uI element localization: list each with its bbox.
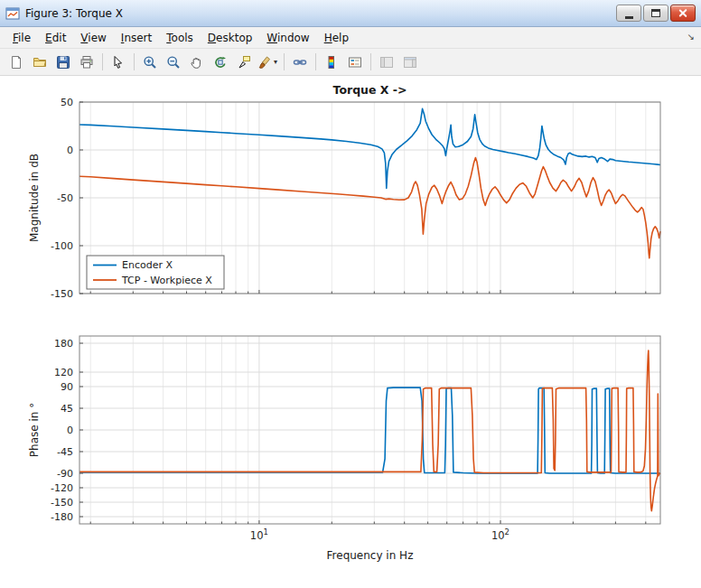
brush-data-button[interactable]: ▾ <box>257 51 279 72</box>
save-figure-button[interactable] <box>52 51 74 72</box>
figure-app-icon <box>5 6 20 21</box>
minimize-icon <box>625 16 633 19</box>
figure-window: Figure 3: Torque X FileEditViewInsertToo… <box>0 0 701 588</box>
y-tick-label: -100 <box>51 240 73 252</box>
insert-colorbar-button[interactable] <box>321 51 342 72</box>
chart-title: Torque X -> <box>333 83 407 97</box>
y-tick-label: 50 <box>61 97 73 108</box>
maximize-icon <box>651 9 660 17</box>
hide-plot-tools-button[interactable] <box>376 51 397 72</box>
zoom-out-button[interactable] <box>163 51 184 72</box>
legend-icon <box>348 55 362 70</box>
menu-view[interactable]: View <box>73 29 113 47</box>
printer-icon <box>79 55 94 70</box>
y-tick-label: 0 <box>67 145 73 156</box>
toolbar-separator <box>315 53 316 70</box>
data-cursor-button[interactable] <box>233 51 255 72</box>
menu-desktop[interactable]: Desktop <box>201 29 260 47</box>
titlebar[interactable]: Figure 3: Torque X <box>0 0 701 27</box>
show-plot-tools-button[interactable] <box>399 51 421 72</box>
colorbar-icon <box>324 55 339 70</box>
legend[interactable]: Encoder XTCP - Workpiece X <box>87 256 224 289</box>
magnitude-axes: 500-50-100-150Torque X ->Magnitude in dB… <box>28 83 660 300</box>
close-icon <box>678 8 688 18</box>
zoom-out-icon <box>166 55 181 70</box>
rotate-3d-icon <box>213 55 228 70</box>
show-plot-tools-icon <box>403 55 417 70</box>
figure-plot-svg: 500-50-100-150Torque X ->Magnitude in dB… <box>0 76 701 588</box>
print-figure-button[interactable] <box>76 51 98 72</box>
y-tick-label: -45 <box>57 446 73 458</box>
y-tick-label: 0 <box>67 425 73 436</box>
menu-insert[interactable]: Insert <box>114 29 159 47</box>
new-figure-icon <box>9 55 23 70</box>
y-tick-label: 120 <box>54 367 73 378</box>
edit-plot-button[interactable] <box>107 51 129 72</box>
menubar-corner-arrow-icon[interactable]: ↘ <box>687 32 695 42</box>
x-axis-label: Frequency in Hz <box>327 549 414 562</box>
data-cursor-icon <box>237 55 251 70</box>
pan-button[interactable] <box>186 51 208 72</box>
menu-tools[interactable]: Tools <box>159 29 201 47</box>
menu-file[interactable]: File <box>5 29 38 47</box>
rotate-3d-button[interactable] <box>210 51 231 72</box>
insert-legend-button[interactable] <box>344 51 366 72</box>
maximize-button[interactable] <box>643 5 668 22</box>
menu-window[interactable]: Window <box>259 29 316 47</box>
toolbar-separator <box>284 53 285 70</box>
toolbar-separator <box>134 53 135 70</box>
brush-icon <box>258 55 273 70</box>
link-plot-icon <box>293 55 307 70</box>
close-button[interactable] <box>670 5 696 22</box>
y-tick-label: -50 <box>57 192 73 204</box>
toolbar: ▾ <box>0 49 701 76</box>
menu-edit[interactable]: Edit <box>38 29 73 47</box>
y-tick-label: -150 <box>51 497 73 509</box>
window-title: Figure 3: Torque X <box>25 7 609 20</box>
menubar-items: FileEditViewInsertToolsDesktopWindowHelp <box>5 29 356 47</box>
dropdown-caret-icon[interactable]: ▾ <box>274 59 277 66</box>
menu-help[interactable]: Help <box>317 29 356 47</box>
y-axis-label: Magnitude in dB <box>28 154 41 242</box>
y-tick-label: 180 <box>54 338 73 350</box>
open-folder-icon <box>33 55 47 70</box>
toolbar-separator <box>102 53 103 70</box>
hand-icon <box>190 55 204 70</box>
phase-axes: 18012090450-45-90-120-150-180101102Phase… <box>28 336 660 562</box>
save-floppy-icon <box>56 55 70 70</box>
y-axis-label: Phase in ° <box>28 403 41 457</box>
menubar: FileEditViewInsertToolsDesktopWindowHelp… <box>0 27 701 49</box>
y-tick-label: -150 <box>51 288 73 300</box>
arrow-cursor-icon <box>111 55 126 70</box>
x-tick-label: 101 <box>250 527 268 542</box>
toolbar-separator <box>370 53 371 70</box>
figure-canvas: 500-50-100-150Torque X ->Magnitude in dB… <box>0 76 701 588</box>
x-tick-label: 102 <box>491 527 509 542</box>
y-tick-label: 45 <box>61 403 73 415</box>
link-plot-button[interactable] <box>289 51 311 72</box>
legend-entry-label: Encoder X <box>122 259 173 271</box>
window-buttons <box>614 5 696 22</box>
legend-entry-label: TCP - Workpiece X <box>121 275 212 286</box>
new-figure-button[interactable] <box>5 51 27 72</box>
hide-plot-tools-icon <box>379 55 394 70</box>
y-tick-label: 90 <box>61 381 73 393</box>
y-tick-label: -120 <box>51 482 73 494</box>
zoom-in-button[interactable] <box>139 51 161 72</box>
zoom-in-icon <box>143 55 157 70</box>
y-tick-label: -180 <box>51 511 73 523</box>
open-file-button[interactable] <box>29 51 51 72</box>
minimize-button[interactable] <box>616 5 641 22</box>
y-tick-label: -90 <box>57 468 73 480</box>
